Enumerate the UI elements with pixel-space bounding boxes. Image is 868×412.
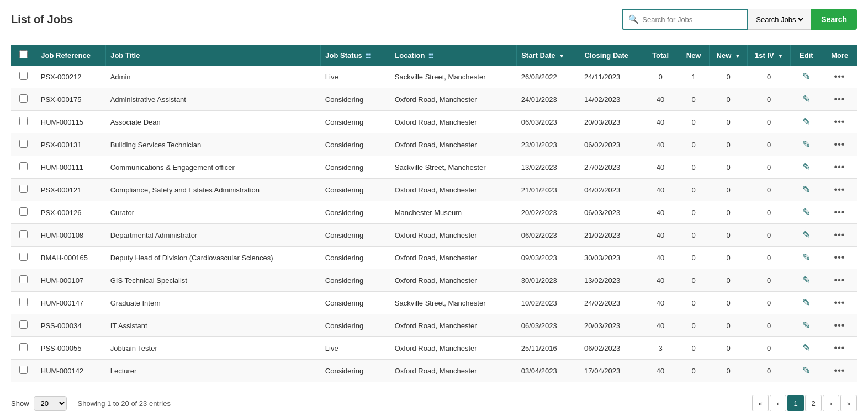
row-ref: HUM-000111 (36, 156, 106, 179)
th-first-iv[interactable]: 1st IV ▼ (748, 45, 791, 66)
status-filter-icon[interactable]: ☷ (366, 53, 371, 59)
edit-button[interactable]: ✎ (795, 184, 818, 196)
pagination-next[interactable]: › (823, 395, 839, 411)
row-checkbox-cell (11, 292, 36, 314)
row-checkbox[interactable] (19, 320, 28, 329)
row-location: Manchester Museum (390, 201, 517, 224)
edit-button[interactable]: ✎ (795, 274, 818, 286)
edit-button[interactable]: ✎ (795, 319, 818, 331)
pagination-page-1[interactable]: 1 (787, 395, 804, 411)
row-location: Oxford Road, Manchester (390, 360, 517, 382)
edit-button[interactable]: ✎ (795, 161, 818, 173)
row-status: Considering (321, 269, 390, 292)
row-checkbox[interactable] (19, 162, 28, 170)
pagination-page-2[interactable]: 2 (805, 395, 822, 411)
row-start-date: 10/02/2023 (517, 292, 580, 314)
row-checkbox[interactable] (19, 94, 28, 103)
row-location: Oxford Road, Manchester (390, 179, 517, 201)
edit-button[interactable]: ✎ (795, 206, 818, 218)
edit-button[interactable]: ✎ (795, 297, 818, 309)
search-input[interactable] (642, 15, 742, 24)
more-button[interactable]: ••• (827, 275, 853, 285)
row-checkbox[interactable] (19, 207, 28, 216)
row-checkbox-cell (11, 133, 36, 156)
pagination-first[interactable]: « (752, 395, 769, 411)
more-button[interactable]: ••• (827, 117, 853, 127)
th-location[interactable]: Location ☷ (390, 45, 517, 66)
more-button[interactable]: ••• (827, 366, 853, 376)
row-checkbox[interactable] (19, 72, 28, 80)
row-location: Oxford Road, Manchester (390, 247, 517, 269)
row-checkbox[interactable] (19, 343, 28, 351)
search-button[interactable]: Search (811, 9, 857, 30)
pagination-prev[interactable]: ‹ (770, 395, 786, 411)
edit-button[interactable]: ✎ (795, 342, 818, 354)
th-more: More (822, 45, 857, 66)
row-checkbox[interactable] (19, 185, 28, 193)
row-location: Sackville Street, Manchester (390, 292, 517, 314)
select-all-checkbox[interactable] (19, 50, 28, 58)
more-button[interactable]: ••• (827, 320, 853, 330)
search-dropdown[interactable]: Search Jobs (748, 9, 811, 30)
more-button[interactable]: ••• (827, 162, 853, 172)
row-checkbox[interactable] (19, 253, 28, 261)
more-button[interactable]: ••• (827, 207, 853, 217)
more-button[interactable]: ••• (827, 253, 853, 263)
edit-button[interactable]: ✎ (795, 93, 818, 105)
edit-button[interactable]: ✎ (795, 71, 818, 83)
start-date-sort-icon[interactable]: ▼ (559, 53, 564, 59)
row-new1: 0 (678, 156, 710, 179)
more-button[interactable]: ••• (827, 185, 853, 195)
new2-sort-icon[interactable]: ▼ (735, 53, 740, 59)
pagination: « ‹ 1 2 › » (752, 395, 857, 411)
more-button[interactable]: ••• (827, 140, 853, 149)
th-start-date[interactable]: Start Date ▼ (517, 45, 580, 66)
row-checkbox[interactable] (19, 298, 28, 306)
row-new1: 0 (678, 247, 710, 269)
row-start-date: 06/03/2023 (517, 111, 580, 133)
row-new1: 0 (678, 111, 710, 133)
show-label: Show (11, 399, 29, 408)
edit-button[interactable]: ✎ (795, 229, 818, 241)
row-edit-cell: ✎ (791, 360, 822, 382)
th-new2[interactable]: New ▼ (710, 45, 748, 66)
row-checkbox[interactable] (19, 230, 28, 238)
row-total: 0 (643, 66, 678, 88)
row-closing-date: 04/02/2023 (580, 179, 643, 201)
row-title: Administrative Assistant (106, 88, 321, 111)
more-button[interactable]: ••• (827, 298, 853, 308)
row-checkbox[interactable] (19, 366, 28, 374)
row-more-cell: ••• (822, 201, 857, 224)
edit-button[interactable]: ✎ (795, 365, 818, 377)
row-ref: PSX-000175 (36, 88, 106, 111)
show-select[interactable]: 10 20 50 100 (34, 396, 67, 411)
table-row: PSX-000212 Admin Live Sackville Street, … (11, 66, 857, 88)
edit-button[interactable]: ✎ (795, 116, 818, 128)
row-checkbox-cell (11, 337, 36, 360)
more-button[interactable]: ••• (827, 72, 853, 82)
row-new1: 0 (678, 179, 710, 201)
row-new2: 0 (710, 88, 748, 111)
search-type-select[interactable]: Search Jobs (754, 15, 805, 24)
pagination-last[interactable]: » (840, 395, 857, 411)
more-button[interactable]: ••• (827, 94, 853, 104)
more-button[interactable]: ••• (827, 343, 853, 353)
row-first-iv: 0 (748, 292, 791, 314)
row-location: Oxford Road, Manchester (390, 269, 517, 292)
page-title: List of Jobs (11, 13, 73, 26)
edit-button[interactable]: ✎ (795, 138, 818, 151)
location-filter-icon[interactable]: ☷ (428, 53, 433, 59)
row-ref: PSX-000212 (36, 66, 106, 88)
th-job-status[interactable]: Job Status ☷ (321, 45, 390, 66)
row-title: GIS Technical Specialist (106, 269, 321, 292)
row-checkbox[interactable] (19, 275, 28, 283)
firstiv-sort-icon[interactable]: ▼ (777, 53, 783, 59)
more-button[interactable]: ••• (827, 230, 853, 240)
row-checkbox[interactable] (19, 140, 28, 148)
row-checkbox[interactable] (19, 117, 28, 125)
row-edit-cell: ✎ (791, 247, 822, 269)
row-closing-date: 06/02/2023 (580, 133, 643, 156)
row-title: Deputy Head of Division (Cardiovascular … (106, 247, 321, 269)
row-start-date: 24/01/2023 (517, 88, 580, 111)
edit-button[interactable]: ✎ (795, 252, 818, 264)
